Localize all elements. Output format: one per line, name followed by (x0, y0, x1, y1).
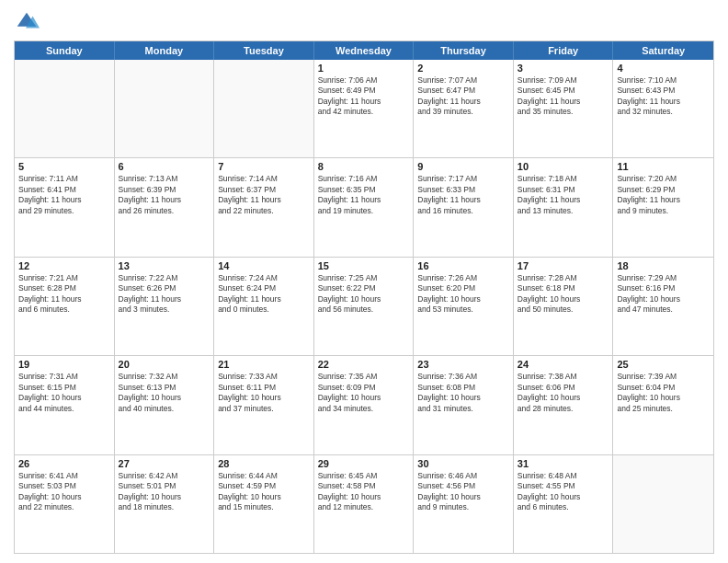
day-info: Sunrise: 7:18 AM Sunset: 6:31 PM Dayligh… (518, 174, 609, 216)
page: SundayMondayTuesdayWednesdayThursdayFrid… (0, 0, 728, 563)
day-info: Sunrise: 6:45 AM Sunset: 4:58 PM Dayligh… (318, 471, 410, 513)
day-cell: 9Sunrise: 7:17 AM Sunset: 6:33 PM Daylig… (414, 158, 514, 256)
day-number: 21 (218, 359, 310, 370)
day-cell: 5Sunrise: 7:11 AM Sunset: 6:41 PM Daylig… (15, 158, 115, 256)
day-cell: 20Sunrise: 7:32 AM Sunset: 6:13 PM Dayli… (115, 356, 215, 454)
week-row: 5Sunrise: 7:11 AM Sunset: 6:41 PM Daylig… (15, 158, 713, 257)
day-header: Monday (115, 41, 215, 60)
day-cell: 28Sunrise: 6:44 AM Sunset: 4:59 PM Dayli… (214, 455, 314, 553)
day-header: Thursday (414, 41, 514, 60)
day-cell: 10Sunrise: 7:18 AM Sunset: 6:31 PM Dayli… (514, 158, 614, 256)
day-info: Sunrise: 6:48 AM Sunset: 4:55 PM Dayligh… (518, 471, 609, 513)
day-number: 13 (119, 260, 210, 271)
day-cell: 1Sunrise: 7:06 AM Sunset: 6:49 PM Daylig… (314, 60, 415, 157)
day-header: Wednesday (314, 41, 415, 60)
day-number: 22 (318, 359, 410, 370)
day-cell: 6Sunrise: 7:13 AM Sunset: 6:39 PM Daylig… (115, 158, 215, 256)
day-cell: 3Sunrise: 7:09 AM Sunset: 6:45 PM Daylig… (514, 60, 614, 157)
day-number: 29 (318, 458, 410, 469)
day-info: Sunrise: 6:41 AM Sunset: 5:03 PM Dayligh… (18, 471, 110, 513)
day-info: Sunrise: 7:07 AM Sunset: 6:47 PM Dayligh… (417, 75, 509, 118)
day-info: Sunrise: 7:17 AM Sunset: 6:33 PM Dayligh… (417, 174, 509, 216)
day-info: Sunrise: 7:38 AM Sunset: 6:06 PM Dayligh… (518, 372, 609, 414)
day-cell: 15Sunrise: 7:25 AM Sunset: 6:22 PM Dayli… (314, 258, 415, 355)
day-number: 26 (18, 458, 110, 469)
day-cell: 31Sunrise: 6:48 AM Sunset: 4:55 PM Dayli… (514, 455, 614, 553)
day-number: 12 (18, 260, 110, 271)
day-cell: 26Sunrise: 6:41 AM Sunset: 5:03 PM Dayli… (15, 455, 115, 553)
day-info: Sunrise: 7:39 AM Sunset: 6:04 PM Dayligh… (617, 372, 710, 414)
day-cell: 21Sunrise: 7:33 AM Sunset: 6:11 PM Dayli… (214, 356, 314, 454)
day-number: 25 (617, 359, 710, 370)
day-info: Sunrise: 7:10 AM Sunset: 6:43 PM Dayligh… (617, 75, 710, 118)
day-info: Sunrise: 7:13 AM Sunset: 6:39 PM Dayligh… (119, 174, 210, 216)
week-row: 1Sunrise: 7:06 AM Sunset: 6:49 PM Daylig… (15, 60, 713, 158)
day-cell: 24Sunrise: 7:38 AM Sunset: 6:06 PM Dayli… (514, 356, 614, 454)
day-headers: SundayMondayTuesdayWednesdayThursdayFrid… (15, 41, 713, 60)
day-info: Sunrise: 7:22 AM Sunset: 6:26 PM Dayligh… (119, 273, 210, 316)
day-cell: 23Sunrise: 7:36 AM Sunset: 6:08 PM Dayli… (414, 356, 514, 454)
day-cell (214, 60, 314, 157)
day-number: 28 (218, 458, 310, 469)
day-info: Sunrise: 6:46 AM Sunset: 4:56 PM Dayligh… (417, 471, 509, 513)
day-info: Sunrise: 7:11 AM Sunset: 6:41 PM Dayligh… (18, 174, 110, 216)
day-cell (115, 60, 215, 157)
header (14, 9, 714, 35)
day-cell: 18Sunrise: 7:29 AM Sunset: 6:16 PM Dayli… (613, 258, 713, 355)
day-info: Sunrise: 7:25 AM Sunset: 6:22 PM Dayligh… (318, 273, 410, 316)
day-cell: 8Sunrise: 7:16 AM Sunset: 6:35 PM Daylig… (314, 158, 415, 256)
day-info: Sunrise: 7:09 AM Sunset: 6:45 PM Dayligh… (518, 75, 609, 118)
day-number: 7 (218, 161, 310, 172)
day-info: Sunrise: 7:06 AM Sunset: 6:49 PM Dayligh… (318, 75, 410, 118)
day-cell: 16Sunrise: 7:26 AM Sunset: 6:20 PM Dayli… (414, 258, 514, 355)
week-row: 12Sunrise: 7:21 AM Sunset: 6:28 PM Dayli… (15, 258, 713, 356)
day-number: 16 (417, 260, 509, 271)
week-row: 19Sunrise: 7:31 AM Sunset: 6:15 PM Dayli… (15, 356, 713, 454)
day-cell: 22Sunrise: 7:35 AM Sunset: 6:09 PM Dayli… (314, 356, 415, 454)
day-header: Saturday (613, 41, 713, 60)
day-number: 9 (417, 161, 509, 172)
day-cell (15, 60, 115, 157)
day-number: 20 (119, 359, 210, 370)
day-cell: 12Sunrise: 7:21 AM Sunset: 6:28 PM Dayli… (15, 258, 115, 355)
day-header: Friday (514, 41, 614, 60)
day-cell: 27Sunrise: 6:42 AM Sunset: 5:01 PM Dayli… (115, 455, 215, 553)
logo-icon (14, 9, 40, 35)
day-cell: 4Sunrise: 7:10 AM Sunset: 6:43 PM Daylig… (613, 60, 713, 157)
day-cell: 19Sunrise: 7:31 AM Sunset: 6:15 PM Dayli… (15, 356, 115, 454)
logo (14, 9, 43, 35)
day-cell: 13Sunrise: 7:22 AM Sunset: 6:26 PM Dayli… (115, 258, 215, 355)
day-info: Sunrise: 7:24 AM Sunset: 6:24 PM Dayligh… (218, 273, 310, 316)
day-number: 15 (318, 260, 410, 271)
day-number: 5 (18, 161, 110, 172)
day-number: 23 (417, 359, 509, 370)
day-cell (613, 455, 713, 553)
day-info: Sunrise: 7:14 AM Sunset: 6:37 PM Dayligh… (218, 174, 310, 216)
day-number: 30 (417, 458, 509, 469)
day-number: 18 (617, 260, 710, 271)
day-number: 27 (119, 458, 210, 469)
day-cell: 30Sunrise: 6:46 AM Sunset: 4:56 PM Dayli… (414, 455, 514, 553)
day-cell: 7Sunrise: 7:14 AM Sunset: 6:37 PM Daylig… (214, 158, 314, 256)
day-number: 11 (617, 161, 710, 172)
week-row: 26Sunrise: 6:41 AM Sunset: 5:03 PM Dayli… (15, 455, 713, 553)
day-number: 2 (417, 63, 509, 74)
day-number: 6 (119, 161, 210, 172)
day-cell: 17Sunrise: 7:28 AM Sunset: 6:18 PM Dayli… (514, 258, 614, 355)
day-info: Sunrise: 7:31 AM Sunset: 6:15 PM Dayligh… (18, 372, 110, 414)
day-header: Sunday (15, 41, 115, 60)
day-info: Sunrise: 6:42 AM Sunset: 5:01 PM Dayligh… (119, 471, 210, 513)
calendar: SundayMondayTuesdayWednesdayThursdayFrid… (14, 40, 714, 554)
day-number: 24 (518, 359, 609, 370)
day-number: 10 (518, 161, 609, 172)
day-cell: 25Sunrise: 7:39 AM Sunset: 6:04 PM Dayli… (613, 356, 713, 454)
day-info: Sunrise: 7:26 AM Sunset: 6:20 PM Dayligh… (417, 273, 509, 316)
day-number: 1 (318, 63, 410, 74)
day-cell: 29Sunrise: 6:45 AM Sunset: 4:58 PM Dayli… (314, 455, 415, 553)
day-number: 3 (518, 63, 609, 74)
day-number: 4 (617, 63, 710, 74)
day-cell: 11Sunrise: 7:20 AM Sunset: 6:29 PM Dayli… (613, 158, 713, 256)
day-cell: 14Sunrise: 7:24 AM Sunset: 6:24 PM Dayli… (214, 258, 314, 355)
day-number: 31 (518, 458, 609, 469)
day-number: 8 (318, 161, 410, 172)
